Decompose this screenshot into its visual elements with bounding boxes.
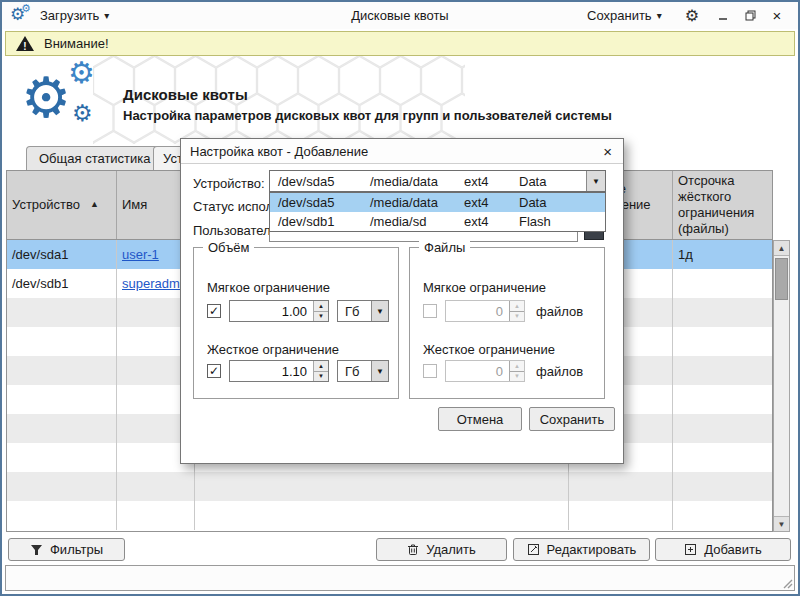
restore-icon xyxy=(745,10,756,21)
gear-icon: ⚙ xyxy=(21,3,31,14)
tab-general-statistics[interactable]: Общая статистика xyxy=(26,146,164,171)
soft-volume-spinner: ▲▼ xyxy=(229,300,329,322)
table-row-empty xyxy=(7,472,772,501)
hard-files-spinner: ▲▼ xyxy=(445,360,525,382)
cell-deferral: 1д xyxy=(673,240,772,269)
title-bar: ⚙ ⚙ Загрузить ▾ Дисковые квоты Сохранить… xyxy=(2,2,798,29)
volume-group: Объём Мягкое ограничение ✓ ▲▼ Гб ▼ Жестк… xyxy=(193,247,399,399)
dialog-title-bar: Настройка квот - Добавление × xyxy=(181,139,623,164)
cell-device: /dev/sda1 xyxy=(7,240,117,269)
device-field-label: Устройство: xyxy=(193,176,265,191)
minimize-icon xyxy=(718,11,728,21)
load-menu-label: Загрузить xyxy=(40,8,99,23)
soft-volume-unit-select[interactable]: Гб ▼ xyxy=(337,300,389,322)
gear-icon: ⚙ xyxy=(21,70,71,126)
user-field-label: Пользователь: xyxy=(193,223,281,238)
soft-files-label: Мягкое ограничение xyxy=(423,280,546,295)
scroll-up-icon: ▲ xyxy=(778,244,786,253)
hard-files-label: Жесткое ограничение xyxy=(423,342,555,357)
spin-down-icon: ▼ xyxy=(510,311,524,322)
column-header-deferral[interactable]: Отсрочка жёсткого ограничения (файлы) xyxy=(673,171,772,239)
files-group-legend: Файлы xyxy=(419,240,470,255)
spin-down-icon[interactable]: ▼ xyxy=(314,371,328,382)
spin-down-icon: ▼ xyxy=(510,371,524,382)
chevron-down-icon: ▾ xyxy=(104,10,109,21)
scroll-up-button[interactable]: ▲ xyxy=(774,241,789,256)
user-link[interactable]: user-1 xyxy=(122,247,159,262)
save-button[interactable]: Сохранить xyxy=(529,407,615,431)
cancel-button[interactable]: Отмена xyxy=(438,407,522,431)
funnel-icon xyxy=(30,544,43,556)
edit-button[interactable]: Редактировать xyxy=(513,538,650,561)
quota-add-dialog: Настройка квот - Добавление × Устройство… xyxy=(180,138,624,464)
trash-icon xyxy=(407,543,419,556)
cell-deferral xyxy=(673,269,772,298)
page-title: Дисковые квоты xyxy=(123,86,248,103)
table-row-empty xyxy=(7,501,772,530)
files-suffix-label: файлов xyxy=(536,304,583,319)
add-button[interactable]: Добавить xyxy=(655,538,791,561)
check-icon: ✓ xyxy=(209,365,219,377)
device-option[interactable]: /dev/sdb1 /media/sd ext4 Flash xyxy=(270,212,605,231)
dialog-close-button[interactable]: × xyxy=(601,143,614,160)
svg-text:!: ! xyxy=(23,41,26,52)
cell-device: /dev/sdb1 xyxy=(7,269,117,298)
spin-up-icon[interactable]: ▲ xyxy=(314,361,328,371)
hard-volume-unit-select[interactable]: Гб ▼ xyxy=(337,360,389,382)
files-suffix-label: файлов xyxy=(536,364,583,379)
column-header-device[interactable]: Устройство ▲ xyxy=(7,171,117,239)
page-subtitle: Настройка параметров дисковых квот для г… xyxy=(123,108,703,123)
scroll-down-icon: ▼ xyxy=(778,520,786,529)
warning-icon: ! xyxy=(15,35,35,52)
dropdown-arrow-icon: ▼ xyxy=(371,361,388,381)
gear-icon: ⚙ xyxy=(68,58,95,88)
vertical-scrollbar[interactable]: ▲ ▼ xyxy=(773,240,790,532)
app-gears-icon: ⚙ ⚙ xyxy=(10,5,34,27)
soft-volume-checkbox[interactable]: ✓ xyxy=(207,304,221,318)
maximize-button[interactable] xyxy=(743,9,757,23)
volume-group-legend: Объём xyxy=(203,240,254,255)
device-dropdown-list: /dev/sda5 /media/data ext4 Data /dev/sdb… xyxy=(269,192,606,232)
hard-volume-spinner: ▲▼ xyxy=(229,360,329,382)
dialog-title: Настройка квот - Добавление xyxy=(190,144,368,159)
spin-up-icon: ▲ xyxy=(510,301,524,311)
load-menu-button[interactable]: Загрузить ▾ xyxy=(34,5,115,26)
check-icon: ✓ xyxy=(209,305,219,317)
soft-files-checkbox[interactable] xyxy=(423,304,437,318)
chevron-down-icon: ▾ xyxy=(657,10,662,21)
soft-limit-label: Мягкое ограничение xyxy=(207,280,330,295)
warning-text: Внимание! xyxy=(44,36,109,51)
app-header: ⚙ ⚙ ⚙ Дисковые квоты Настройка параметро… xyxy=(5,56,795,147)
settings-gear-icon[interactable]: ⚙ xyxy=(685,8,699,24)
minimize-button[interactable] xyxy=(716,9,730,23)
device-option[interactable]: /dev/sda5 /media/data ext4 Data xyxy=(270,193,605,212)
soft-files-spinner: ▲▼ xyxy=(445,300,525,322)
window-title: Дисковые квоты xyxy=(202,8,598,23)
device-combobox[interactable]: /dev/sda5 /media/data ext4 Data ▼ xyxy=(269,170,606,192)
delete-button[interactable]: Удалить xyxy=(376,538,507,561)
hard-limit-label: Жесткое ограничение xyxy=(207,342,339,357)
spin-down-icon[interactable]: ▼ xyxy=(314,311,328,322)
hard-volume-checkbox[interactable]: ✓ xyxy=(207,364,221,378)
app-window: ⚙ ⚙ Загрузить ▾ Дисковые квоты Сохранить… xyxy=(0,0,800,596)
files-group: Файлы Мягкое ограничение ▲▼ файлов Жестк… xyxy=(409,247,605,399)
warning-banner: ! Внимание! xyxy=(5,31,795,56)
pencil-icon xyxy=(527,543,540,556)
status-bar xyxy=(5,565,795,591)
sort-ascending-icon: ▲ xyxy=(90,199,99,210)
scroll-down-button[interactable]: ▼ xyxy=(774,516,789,531)
plus-icon xyxy=(684,543,697,556)
close-button[interactable]: × xyxy=(770,9,784,23)
filters-button[interactable]: Фильтры xyxy=(8,538,125,561)
dropdown-arrow-icon: ▼ xyxy=(371,301,388,321)
gear-icon: ⚙ xyxy=(72,102,93,125)
spin-up-icon[interactable]: ▲ xyxy=(314,301,328,311)
hard-files-checkbox[interactable] xyxy=(423,364,437,378)
dropdown-arrow-icon[interactable]: ▼ xyxy=(586,171,605,191)
resize-grip[interactable] xyxy=(780,576,793,589)
spin-up-icon: ▲ xyxy=(510,361,524,371)
scrollbar-thumb[interactable] xyxy=(775,258,788,300)
device-combobox-value: /dev/sda5 /media/data ext4 Data xyxy=(270,171,605,191)
